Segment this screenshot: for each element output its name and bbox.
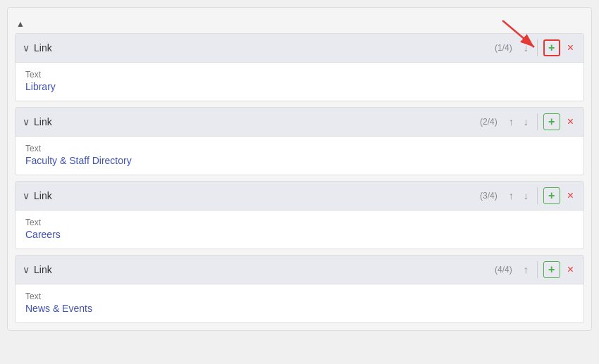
link-body-1: TextLibrary (16, 63, 583, 101)
link-counter-2: (2/4) (480, 117, 498, 127)
link-header-4: ∨Link(4/4)↑+× (16, 256, 583, 284)
link-down-btn-3[interactable]: ↓ (521, 189, 531, 202)
link-chevron-1[interactable]: ∨ (23, 42, 30, 54)
link-item-4: ∨Link(4/4)↑+×TextNews & Events (15, 255, 584, 323)
divider-2 (537, 113, 538, 130)
link-remove-btn-2[interactable]: × (564, 115, 576, 129)
link-item-3: ∨Link(3/4)↑↓+×TextCareers (15, 181, 584, 249)
field-value-2: Faculty & Staff Directory (25, 155, 574, 166)
link-body-3: TextCareers (16, 211, 583, 249)
field-label-4: Text (25, 291, 574, 301)
field-label-1: Text (25, 70, 574, 80)
field-value-3: Careers (25, 229, 574, 240)
field-label-2: Text (25, 144, 574, 153)
link-down-btn-2[interactable]: ↓ (521, 115, 531, 128)
link-item-2: ∨Link(2/4)↑↓+×TextFaculty & Staff Direct… (15, 107, 584, 175)
field-label-3: Text (25, 218, 574, 227)
link-title-2: ∨Link (23, 116, 476, 127)
link-remove-btn-3[interactable]: × (564, 189, 576, 203)
link-add-btn-4[interactable]: + (543, 261, 560, 278)
link-header-3: ∨Link(3/4)↑↓+× (16, 182, 583, 211)
link-counter-1: (1/4) (495, 43, 512, 53)
link-up-btn-3[interactable]: ↑ (506, 189, 517, 202)
secondary-links-section: ▲ ∨Link(1/4)↓+×TextLibrary∨Link(2/4)↑↓+×… (7, 7, 592, 331)
field-value-1: Library (25, 81, 574, 92)
link-add-btn-2[interactable]: + (543, 113, 560, 130)
link-down-btn-1[interactable]: ↓ (521, 42, 531, 54)
links-list: ∨Link(1/4)↓+×TextLibrary∨Link(2/4)↑↓+×Te… (8, 33, 591, 323)
link-label-1: Link (34, 42, 52, 54)
link-body-4: TextNews & Events (16, 284, 583, 322)
link-up-btn-4[interactable]: ↑ (521, 263, 531, 276)
field-value-4: News & Events (25, 303, 574, 314)
link-remove-btn-1[interactable]: × (564, 41, 576, 55)
link-label-2: Link (34, 116, 52, 127)
link-add-btn-3[interactable]: + (543, 187, 560, 204)
link-add-btn-1[interactable]: + (543, 39, 560, 56)
link-label-4: Link (34, 264, 52, 275)
divider-3 (537, 187, 538, 204)
link-header-1: ∨Link(1/4)↓+× (16, 34, 583, 63)
link-chevron-2[interactable]: ∨ (23, 116, 30, 127)
section-collapse-icon[interactable]: ▲ (16, 19, 25, 29)
link-title-4: ∨Link (23, 264, 490, 275)
link-title-1: ∨Link (23, 42, 490, 54)
link-body-2: TextFaculty & Staff Directory (16, 137, 583, 175)
link-counter-3: (3/4) (480, 191, 498, 201)
link-up-btn-2[interactable]: ↑ (506, 115, 517, 128)
link-chevron-3[interactable]: ∨ (23, 190, 30, 201)
link-title-3: ∨Link (23, 190, 476, 201)
link-label-3: Link (34, 190, 52, 201)
link-header-2: ∨Link(2/4)↑↓+× (16, 108, 583, 137)
link-item-1: ∨Link(1/4)↓+×TextLibrary (15, 33, 584, 101)
divider-1 (537, 39, 538, 56)
link-chevron-4[interactable]: ∨ (23, 264, 30, 275)
link-counter-4: (4/4) (495, 265, 512, 275)
link-remove-btn-4[interactable]: × (564, 263, 576, 277)
section-header: ▲ (8, 15, 591, 33)
divider-4 (537, 261, 538, 278)
